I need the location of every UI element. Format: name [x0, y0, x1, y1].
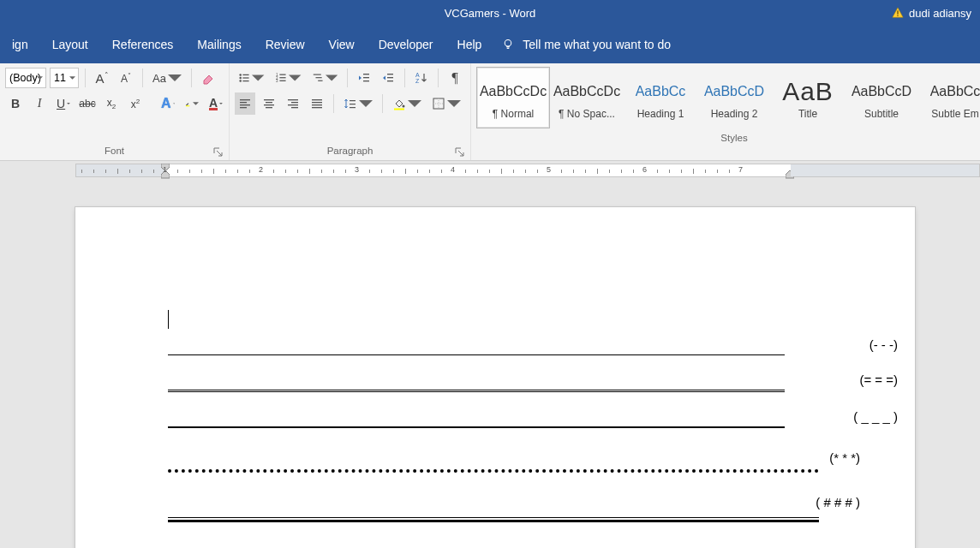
border-annotation: (* * *): [829, 450, 860, 465]
tab-layout[interactable]: Layout: [40, 26, 100, 63]
line-spacing-button[interactable]: [340, 92, 376, 115]
svg-rect-44: [350, 104, 356, 104]
svg-rect-45: [350, 107, 356, 108]
highlight-button[interactable]: [182, 92, 202, 115]
multilevel-list-button[interactable]: [308, 67, 342, 89]
svg-rect-37: [288, 104, 298, 105]
page[interactable]: (- - -) (= = =) ( _ _ _ ) (* * *) ( # # …: [75, 207, 915, 548]
border-double: [168, 390, 785, 392]
document-area[interactable]: (- - -) (= = =) ( _ _ _ ) (* * *) ( # # …: [0, 180, 980, 548]
style-item-subtle-em[interactable]: AaBbCcSubtle Em: [918, 67, 980, 128]
grow-font-button[interactable]: A˄: [92, 67, 112, 89]
style-item-title[interactable]: AaBTitle: [771, 67, 845, 128]
border-annotation: (- - -): [869, 337, 898, 352]
tab-design[interactable]: ign: [0, 26, 40, 63]
tab-review[interactable]: Review: [254, 26, 317, 63]
style-item-heading-1[interactable]: AaBbCcHeading 1: [624, 67, 697, 128]
numbering-icon: 123: [275, 71, 287, 85]
bold-button[interactable]: B: [5, 92, 26, 115]
outdent-icon: [357, 71, 371, 85]
strikethrough-button[interactable]: abc: [77, 92, 98, 115]
svg-rect-22: [387, 74, 393, 74]
font-size-select[interactable]: 11: [50, 68, 79, 88]
font-name-select[interactable]: (Body): [5, 68, 46, 88]
shrink-font-button[interactable]: A˅: [116, 67, 136, 89]
svg-rect-39: [312, 99, 322, 100]
svg-text:3: 3: [276, 79, 278, 83]
ribbon: (Body) 11 A˄ A˅ Aa B I: [0, 63, 980, 161]
border-annotation: ( # # # ): [816, 495, 860, 509]
align-right-icon: [286, 97, 300, 110]
subscript-button[interactable]: x2: [101, 92, 122, 115]
svg-rect-34: [266, 107, 272, 108]
italic-button[interactable]: I: [29, 92, 50, 115]
align-center-button[interactable]: [259, 92, 279, 115]
ruler[interactable]: 1234567: [0, 161, 980, 180]
svg-point-6: [239, 77, 242, 80]
underline-button[interactable]: U: [53, 92, 74, 115]
tell-me-search[interactable]: Tell me what you want to do: [502, 38, 671, 51]
tab-references[interactable]: References: [100, 26, 186, 63]
svg-rect-23: [387, 77, 393, 78]
paragraph-group: 123 AZ ¶ Paragraph: [230, 63, 471, 160]
svg-rect-16: [313, 74, 320, 75]
svg-point-2: [505, 39, 512, 46]
svg-point-4: [239, 74, 242, 76]
decrease-indent-button[interactable]: [354, 67, 374, 89]
title-bar: VCGamers - Word dudi adiansy: [0, 0, 980, 26]
numbering-button[interactable]: 123: [272, 67, 305, 89]
svg-rect-27: [240, 99, 250, 100]
font-group: (Body) 11 A˄ A˅ Aa B I: [0, 63, 230, 160]
change-case-button[interactable]: Aa: [149, 67, 185, 89]
eraser-icon: [201, 71, 215, 85]
tab-mailings[interactable]: Mailings: [185, 26, 253, 63]
svg-rect-47: [394, 109, 404, 110]
align-right-button[interactable]: [283, 92, 303, 115]
align-left-button[interactable]: [235, 92, 255, 115]
sort-button[interactable]: AZ: [411, 67, 432, 89]
style-item--normal[interactable]: AaBbCcDc¶ Normal: [476, 67, 550, 128]
svg-rect-19: [363, 74, 369, 74]
border-thin: [168, 354, 785, 355]
border-triple: [168, 517, 819, 522]
borders-icon: [432, 97, 445, 110]
text-cursor: [168, 310, 169, 329]
tab-view[interactable]: View: [317, 26, 367, 63]
svg-rect-38: [291, 107, 298, 108]
svg-rect-11: [279, 74, 285, 75]
superscript-button[interactable]: x2: [125, 92, 146, 115]
style-item--no-spac-[interactable]: AaBbCcDc¶ No Spac...: [550, 67, 624, 128]
show-marks-button[interactable]: ¶: [445, 67, 465, 89]
tab-help[interactable]: Help: [445, 26, 494, 63]
svg-rect-42: [312, 107, 322, 108]
sort-icon: AZ: [415, 71, 428, 85]
svg-rect-21: [363, 80, 369, 81]
svg-rect-36: [291, 102, 298, 103]
increase-indent-button[interactable]: [378, 67, 398, 89]
styles-group: AaBbCcDc¶ NormalAaBbCcDc¶ No Spac...AaBb…: [471, 63, 980, 160]
dialog-launcher-icon[interactable]: [455, 147, 465, 158]
font-color-button[interactable]: A: [206, 92, 226, 115]
dialog-launcher-icon[interactable]: [213, 147, 224, 158]
shading-button[interactable]: [389, 92, 425, 115]
clear-formatting-button[interactable]: [198, 67, 218, 89]
bullets-button[interactable]: [235, 67, 268, 89]
account-button[interactable]: dudi adiansy: [883, 0, 980, 26]
borders-button[interactable]: [428, 92, 464, 115]
highlighter-icon: [185, 97, 191, 110]
lightbulb-icon: [502, 39, 514, 51]
text-effects-button[interactable]: A: [158, 92, 178, 115]
style-item-heading-2[interactable]: AaBbCcDHeading 2: [697, 67, 771, 128]
svg-rect-7: [242, 77, 248, 78]
svg-rect-24: [387, 80, 393, 81]
multilevel-icon: [312, 71, 324, 85]
user-name: dudi adiansy: [909, 7, 971, 20]
styles-gallery[interactable]: AaBbCcDc¶ NormalAaBbCcDc¶ No Spac...AaBb…: [471, 63, 980, 128]
svg-rect-28: [240, 102, 247, 103]
svg-rect-32: [266, 102, 272, 103]
tab-developer[interactable]: Developer: [367, 26, 445, 63]
svg-rect-30: [240, 107, 247, 108]
style-item-subtitle[interactable]: AaBbCcDSubtitle: [845, 67, 918, 128]
justify-button[interactable]: [307, 92, 327, 115]
paint-bucket-icon: [392, 97, 406, 110]
